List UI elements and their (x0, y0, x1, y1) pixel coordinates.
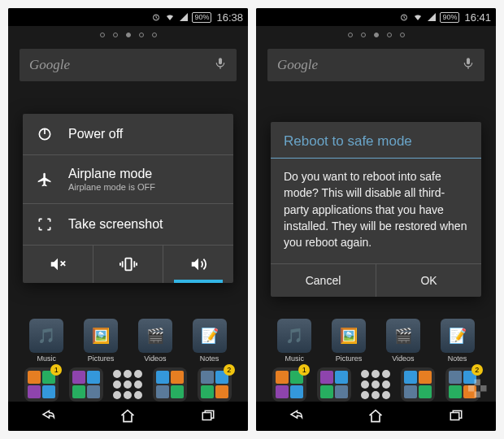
app-drawer-button[interactable] (113, 370, 142, 399)
badge: 2 (224, 364, 235, 376)
home-app-row: 🎵Music 🖼️Pictures 🎬Videos 📝Notes (256, 319, 496, 363)
dock-folder-1[interactable]: 1 (24, 367, 59, 402)
silent-button[interactable] (23, 246, 93, 283)
app-notes[interactable]: 📝Notes (193, 319, 227, 363)
dock-folder-1[interactable]: 1 (272, 367, 306, 402)
svg-rect-4 (202, 413, 211, 420)
wifi-icon (164, 12, 176, 22)
page-indicator (8, 26, 248, 44)
ok-button[interactable]: OK (376, 264, 481, 297)
google-search-bar[interactable]: Google (267, 49, 484, 81)
clock: 16:41 (464, 11, 491, 24)
vibrate-button[interactable] (93, 246, 164, 283)
badge: 1 (298, 364, 310, 376)
app-videos[interactable]: 🎬Videos (138, 319, 172, 363)
badge: 2 (471, 364, 483, 376)
screenshot-icon (36, 215, 54, 233)
cancel-button[interactable]: Cancel (271, 264, 376, 297)
airplane-mode-item[interactable]: Airplane mode Airplane mode is OFF (23, 155, 233, 204)
recent-button[interactable] (446, 406, 466, 426)
dock-folder-2[interactable] (69, 367, 103, 402)
app-videos[interactable]: 🎬Videos (386, 319, 420, 363)
home-button[interactable] (366, 406, 385, 426)
power-off-label: Power off (68, 127, 123, 141)
sound-mode-row (23, 245, 233, 283)
home-app-row: 🎵Music 🖼️Pictures 🎬Videos 📝Notes (8, 319, 248, 363)
search-placeholder: Google (29, 57, 214, 73)
svg-rect-10 (468, 385, 475, 392)
status-bar: 90% 16:38 (8, 8, 248, 26)
battery-indicator: 90% (440, 12, 459, 23)
alarm-icon (399, 12, 409, 22)
dock-folder-3[interactable] (153, 367, 187, 402)
airplane-sub: Airplane mode is OFF (68, 182, 155, 192)
clock: 16:38 (216, 11, 243, 24)
battery-indicator: 90% (192, 12, 211, 23)
nav-bar (8, 402, 248, 431)
power-icon (36, 125, 54, 143)
svg-rect-1 (219, 58, 222, 64)
home-button[interactable] (118, 406, 137, 426)
dialog-title: Reboot to safe mode (271, 122, 481, 158)
nav-bar (256, 402, 496, 431)
dock: 1 2 (8, 367, 248, 402)
airplane-icon (36, 171, 54, 189)
screenshot-label: Take screenshot (68, 217, 163, 232)
power-menu: Power off Airplane mode Airplane mode is… (23, 114, 233, 283)
sound-button[interactable] (163, 246, 233, 283)
app-notes[interactable]: 📝Notes (441, 319, 475, 363)
mic-icon[interactable] (214, 55, 227, 75)
signal-icon (179, 12, 189, 22)
wifi-icon (412, 12, 424, 22)
phone-right: 90% 16:41 Google Reboot to safe mode Do … (256, 8, 496, 431)
svg-rect-9 (475, 392, 481, 398)
signal-icon (427, 12, 437, 22)
page-indicator (256, 26, 496, 44)
app-pictures[interactable]: 🖼️Pictures (332, 319, 366, 363)
search-placeholder: Google (277, 57, 462, 73)
airplane-label: Airplane mode (68, 167, 155, 181)
back-button[interactable] (286, 406, 306, 426)
app-music[interactable]: 🎵Music (277, 319, 311, 363)
dock-folder-3[interactable] (401, 367, 435, 402)
phone-left: 90% 16:38 Google Power off Airplane mode… (8, 8, 248, 431)
back-button[interactable] (38, 406, 58, 426)
watermark-icon (468, 377, 493, 402)
status-bar: 90% 16:41 (256, 8, 496, 26)
power-off-item[interactable]: Power off (23, 114, 233, 155)
dock-folder-2[interactable] (317, 367, 351, 402)
badge: 1 (50, 364, 62, 376)
app-pictures[interactable]: 🖼️Pictures (84, 319, 118, 363)
dialog-buttons: Cancel OK (271, 263, 481, 297)
dock-folder-4[interactable]: 2 (198, 367, 232, 402)
app-drawer-button[interactable] (361, 370, 390, 399)
recent-button[interactable] (198, 406, 218, 426)
svg-rect-3 (125, 259, 131, 271)
alarm-icon (151, 12, 161, 22)
svg-rect-6 (467, 58, 470, 64)
svg-rect-11 (450, 413, 459, 420)
svg-rect-7 (475, 380, 481, 386)
mic-icon[interactable] (462, 55, 475, 75)
app-music[interactable]: 🎵Music (29, 319, 63, 363)
svg-rect-8 (480, 385, 487, 392)
safe-mode-dialog: Reboot to safe mode Do you want to reboo… (271, 122, 481, 297)
dock: 1 2 (256, 367, 496, 402)
google-search-bar[interactable]: Google (20, 49, 237, 81)
screenshot-item[interactable]: Take screenshot (23, 204, 233, 245)
dialog-body: Do you want to reboot into safe mode? Th… (271, 159, 481, 263)
